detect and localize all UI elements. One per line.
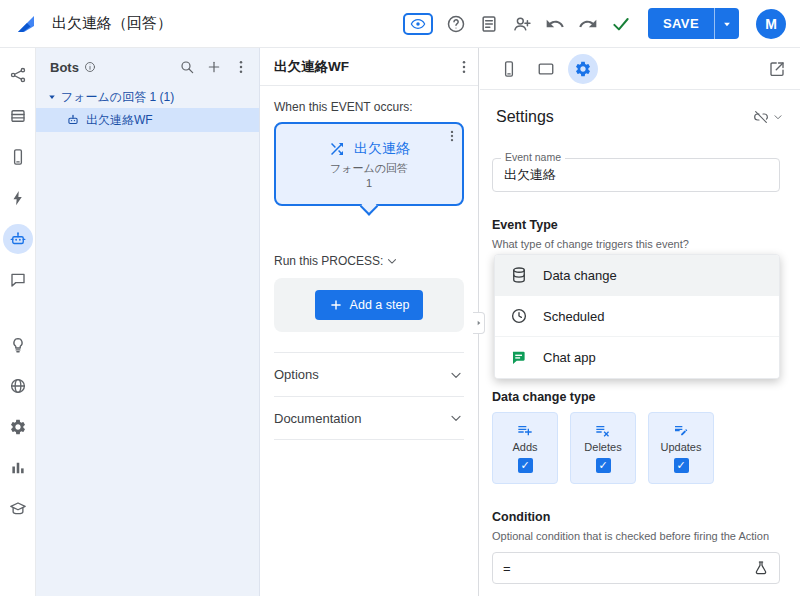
table-icon xyxy=(9,107,27,125)
desktop-icon xyxy=(537,60,555,78)
documentation-section[interactable]: Documentation xyxy=(274,396,464,440)
condition-input[interactable]: = xyxy=(492,552,780,584)
kebab-icon xyxy=(233,59,249,75)
updates-checkbox-checked[interactable] xyxy=(674,458,689,473)
nav-intelligence[interactable] xyxy=(3,330,33,360)
deletes-label: Deletes xyxy=(584,441,621,453)
desktop-view-button[interactable] xyxy=(531,54,561,84)
chat-bubble-icon xyxy=(9,271,27,289)
verified-status[interactable] xyxy=(611,14,631,34)
mobile-view-button[interactable] xyxy=(494,54,524,84)
updates-card[interactable]: Updates xyxy=(648,412,714,484)
search-button[interactable] xyxy=(179,59,195,75)
process-dropdown-button[interactable] xyxy=(385,254,399,268)
unlink-control[interactable] xyxy=(753,109,784,125)
feedback-button[interactable] xyxy=(479,14,499,34)
bots-panel-header: Bots xyxy=(36,48,259,86)
adds-card[interactable]: Adds xyxy=(492,412,558,484)
workflow-icon xyxy=(9,66,27,84)
dropdown-option-chat-app[interactable]: Chat app xyxy=(495,337,779,378)
nav-data[interactable] xyxy=(3,101,33,131)
process-steps-area: Add a step xyxy=(274,278,464,332)
add-user-button[interactable] xyxy=(512,14,532,34)
add-step-button[interactable]: Add a step xyxy=(315,290,424,320)
nav-workflow[interactable] xyxy=(3,60,33,90)
dropdown-option-scheduled[interactable]: Scheduled xyxy=(495,296,779,337)
graduation-cap-icon xyxy=(9,500,27,518)
data-change-type-label: Data change type xyxy=(492,390,780,404)
redo-button[interactable] xyxy=(578,14,598,34)
bots-title: Bots xyxy=(50,60,79,75)
appsheet-editor: 出欠連絡（回答） SAVE xyxy=(0,0,800,596)
bot-group-label: フォームの回答 1 (1) xyxy=(61,89,174,106)
plus-icon xyxy=(329,298,343,312)
process-row: Run this PROCESS: xyxy=(274,254,464,268)
caret-down-icon xyxy=(720,17,734,31)
kebab-icon xyxy=(456,59,472,75)
bot-group-row[interactable]: フォームの回答 1 (1) xyxy=(36,86,259,108)
settings-title: Settings xyxy=(496,108,554,126)
dropdown-option-data-change[interactable]: Data change xyxy=(495,255,779,296)
bots-menu-button[interactable] xyxy=(233,59,249,75)
bot-detail-body: When this EVENT occurs: 出欠連絡 フォームの回答 1 R… xyxy=(260,100,478,440)
settings-view-button[interactable] xyxy=(568,54,598,84)
chevron-right-icon xyxy=(475,319,483,327)
event-card-menu-button[interactable] xyxy=(445,129,459,143)
bot-detail-header: 出欠連絡WF xyxy=(260,48,478,86)
avatar[interactable]: M xyxy=(756,9,786,39)
chevron-down-icon xyxy=(772,111,784,123)
open-in-new-button[interactable] xyxy=(768,60,786,78)
chart-icon xyxy=(9,459,27,477)
bot-detail-menu-button[interactable] xyxy=(456,59,472,75)
nav-learn[interactable] xyxy=(3,494,33,524)
left-nav-rail xyxy=(0,48,36,596)
globe-icon xyxy=(9,377,27,395)
options-section[interactable]: Options xyxy=(274,352,464,396)
undo-icon xyxy=(545,14,565,34)
expression-assistant-button[interactable] xyxy=(753,560,769,576)
nav-app[interactable] xyxy=(3,142,33,172)
event-name-label: Event name xyxy=(501,151,565,163)
gear-icon xyxy=(9,418,27,436)
panel-collapse-handle[interactable] xyxy=(473,312,485,334)
updates-label: Updates xyxy=(661,441,702,453)
new-bot-button[interactable] xyxy=(206,59,222,75)
deletes-checkbox-checked[interactable] xyxy=(596,458,611,473)
database-icon xyxy=(510,266,528,284)
documentation-label: Documentation xyxy=(274,411,361,426)
event-card[interactable]: 出欠連絡 フォームの回答 1 xyxy=(274,122,464,206)
nav-deploy[interactable] xyxy=(3,371,33,401)
undo-button[interactable] xyxy=(545,14,565,34)
save-button[interactable]: SAVE xyxy=(648,8,714,39)
help-button[interactable] xyxy=(446,14,466,34)
bot-row-selected[interactable]: 出欠連絡WF xyxy=(36,108,259,132)
adds-checkbox-checked[interactable] xyxy=(518,458,533,473)
deletes-card[interactable]: Deletes xyxy=(570,412,636,484)
info-icon[interactable] xyxy=(84,61,96,73)
kebab-icon xyxy=(445,129,459,143)
save-menu-button[interactable] xyxy=(714,8,739,39)
bot-detail-panel: 出欠連絡WF When this EVENT occurs: 出欠連絡 フォーム… xyxy=(260,48,479,596)
nav-automation[interactable] xyxy=(3,224,33,254)
event-name-input[interactable]: Event name 出欠連絡 xyxy=(492,158,780,192)
condition-label: Condition xyxy=(492,510,780,524)
updates-icon xyxy=(673,422,689,438)
add-user-icon xyxy=(512,14,532,34)
adds-icon xyxy=(517,422,533,438)
nav-actions[interactable] xyxy=(3,183,33,213)
event-card-main: 出欠連絡 xyxy=(276,124,462,158)
event-card-tail xyxy=(360,197,378,215)
settings-header: Settings xyxy=(480,90,800,130)
topbar-actions: SAVE M xyxy=(403,8,786,39)
nav-manage[interactable] xyxy=(3,453,33,483)
event-card-subtitle: フォームの回答 1 xyxy=(276,161,462,191)
nav-chat[interactable] xyxy=(3,265,33,295)
detail-sections: Options Documentation xyxy=(274,352,464,440)
redo-icon xyxy=(578,14,598,34)
gear-icon xyxy=(574,60,592,78)
flask-icon xyxy=(753,560,769,576)
bot-detail-title: 出欠連絡WF xyxy=(274,58,456,76)
preview-toggle[interactable] xyxy=(403,13,433,35)
tree-expand-icon xyxy=(46,91,58,103)
nav-settings[interactable] xyxy=(3,412,33,442)
